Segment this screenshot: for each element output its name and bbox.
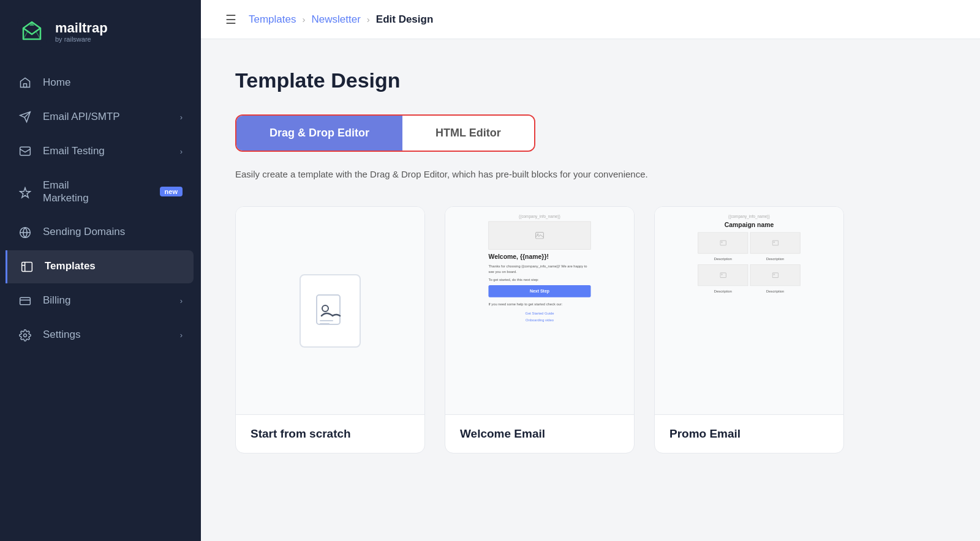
pp-img-3 <box>698 264 748 286</box>
sidebar-item-sending-domains-label: Sending Domains <box>43 226 183 238</box>
templates-icon <box>20 260 34 274</box>
email-test-icon <box>18 144 32 158</box>
template-card-scratch[interactable]: Start from scratch <box>235 206 425 453</box>
breadcrumb-edit-design: Edit Design <box>376 13 434 26</box>
breadcrumb-sep-1: › <box>302 14 305 24</box>
pp-title: Campaign name <box>698 222 800 229</box>
wp-body-1: Thanks for choosing {{company_info_name}… <box>488 264 590 274</box>
wp-body-2: To get started, do this next step: <box>488 277 590 283</box>
sidebar-item-templates[interactable]: Templates <box>6 250 194 283</box>
star-icon <box>18 186 32 200</box>
scratch-preview <box>236 207 424 415</box>
svg-point-20 <box>774 274 775 275</box>
send-icon <box>18 110 32 124</box>
pp-desc-row-2: Description Description <box>698 289 800 293</box>
svg-rect-19 <box>772 273 778 278</box>
pp-desc-4: Description <box>750 289 801 293</box>
svg-point-12 <box>537 234 538 235</box>
promo-card-label: Promo Email <box>655 415 843 453</box>
sidebar-item-settings[interactable]: Settings › <box>7 319 194 352</box>
template-cards-grid: Start from scratch {{company_info_name}}… <box>235 206 946 453</box>
wp-link-1: Get Started Guide <box>488 310 590 317</box>
home-icon <box>18 76 32 89</box>
sidebar-item-billing-label: Billing <box>43 294 169 307</box>
welcome-preview: {{company_info_name}} Welcome, {{name}}!… <box>445 207 634 415</box>
hamburger-menu-icon[interactable]: ☰ <box>225 12 236 27</box>
pp-img-1 <box>698 233 748 254</box>
svg-rect-1 <box>24 84 27 88</box>
chevron-right-icon-4: › <box>180 330 183 340</box>
breadcrumb-sep-2: › <box>367 14 370 24</box>
sidebar: mailtrap by railsware Home Email API/SMT… <box>0 0 201 541</box>
pp-desc-row-1: Description Description <box>698 257 800 261</box>
sidebar-item-home-label: Home <box>43 76 183 89</box>
pp-desc-2: Description <box>750 257 801 261</box>
sidebar-item-email-marketing-label: EmailMarketing <box>43 179 149 205</box>
editor-description: Easily create a template with the Drag &… <box>235 169 786 179</box>
svg-rect-4 <box>22 262 32 271</box>
wp-cta-button: Next Step <box>488 285 590 297</box>
breadcrumb: Templates › Newsletter › Edit Design <box>249 13 433 26</box>
drag-drop-editor-button[interactable]: Drag & Drop Editor <box>236 116 402 151</box>
pp-img-row-1 <box>698 233 800 254</box>
wp-link-2: Onboarding video <box>488 317 590 324</box>
svg-rect-17 <box>720 273 726 278</box>
page-content-area: Template Design Drag & Drop Editor HTML … <box>201 39 980 541</box>
scratch-card-label: Start from scratch <box>236 415 424 453</box>
pp-company: {{company_info_name}} <box>698 214 800 218</box>
sidebar-item-sending-domains[interactable]: Sending Domains <box>7 216 194 249</box>
logo-subtitle: by railsware <box>55 35 108 43</box>
main-content: ☰ Templates › Newsletter › Edit Design T… <box>201 0 980 541</box>
svg-point-6 <box>24 334 27 337</box>
sidebar-item-email-api[interactable]: Email API/SMTP › <box>7 100 194 133</box>
svg-rect-15 <box>772 241 778 245</box>
sidebar-item-email-marketing[interactable]: EmailMarketing new <box>7 169 194 215</box>
breadcrumb-newsletter[interactable]: Newsletter <box>311 13 360 26</box>
svg-point-16 <box>774 242 775 243</box>
welcome-card-label: Welcome Email <box>445 415 634 453</box>
sidebar-item-settings-label: Settings <box>43 329 169 341</box>
sidebar-navigation: Home Email API/SMTP › Email Testing › Em… <box>0 66 201 541</box>
sidebar-item-home[interactable]: Home <box>7 66 194 99</box>
sidebar-item-billing[interactable]: Billing › <box>7 285 194 318</box>
settings-icon <box>18 329 32 342</box>
mailtrap-logo-icon <box>17 17 47 47</box>
chevron-right-icon-2: › <box>180 147 183 156</box>
wp-links: Get Started Guide Onboarding video <box>488 310 590 324</box>
sidebar-logo: mailtrap by railsware <box>0 0 201 66</box>
sidebar-item-email-api-label: Email API/SMTP <box>43 111 169 123</box>
new-badge: new <box>160 187 183 196</box>
template-card-promo[interactable]: {{company_info_name}} Campaign name Desc… <box>654 206 844 453</box>
chevron-right-icon-3: › <box>180 296 183 305</box>
logo-title: mailtrap <box>55 21 108 35</box>
html-editor-button[interactable]: HTML Editor <box>402 116 534 151</box>
wp-company: {{company_info_name}} <box>488 214 590 218</box>
scratch-document-icon <box>300 274 361 348</box>
svg-rect-5 <box>20 297 31 305</box>
sidebar-item-email-testing[interactable]: Email Testing › <box>7 135 194 168</box>
billing-icon <box>18 294 32 308</box>
pp-img-2 <box>750 233 801 254</box>
wp-heading: Welcome, {{name}}! <box>488 253 590 261</box>
globe-icon <box>18 226 32 239</box>
svg-rect-2 <box>20 147 31 155</box>
svg-point-18 <box>721 274 722 275</box>
page-title: Template Design <box>235 69 946 92</box>
topbar: ☰ Templates › Newsletter › Edit Design <box>201 0 980 39</box>
editor-toggle: Drag & Drop Editor HTML Editor <box>235 114 535 152</box>
wp-help-text: If you need some help to get started che… <box>488 302 590 307</box>
logo-text: mailtrap by railsware <box>55 21 108 43</box>
pp-desc-1: Description <box>698 257 748 261</box>
sidebar-item-templates-label: Templates <box>45 260 183 272</box>
svg-point-14 <box>721 242 722 243</box>
pp-img-4 <box>750 264 801 286</box>
svg-rect-13 <box>720 241 726 245</box>
wp-image-placeholder <box>488 222 590 250</box>
template-card-welcome[interactable]: {{company_info_name}} Welcome, {{name}}!… <box>445 206 635 453</box>
pp-img-row-2 <box>698 264 800 286</box>
pp-desc-3: Description <box>698 289 748 293</box>
promo-preview: {{company_info_name}} Campaign name Desc… <box>655 207 843 415</box>
breadcrumb-templates[interactable]: Templates <box>249 13 296 26</box>
chevron-right-icon: › <box>180 113 183 122</box>
sidebar-item-email-testing-label: Email Testing <box>43 145 169 157</box>
